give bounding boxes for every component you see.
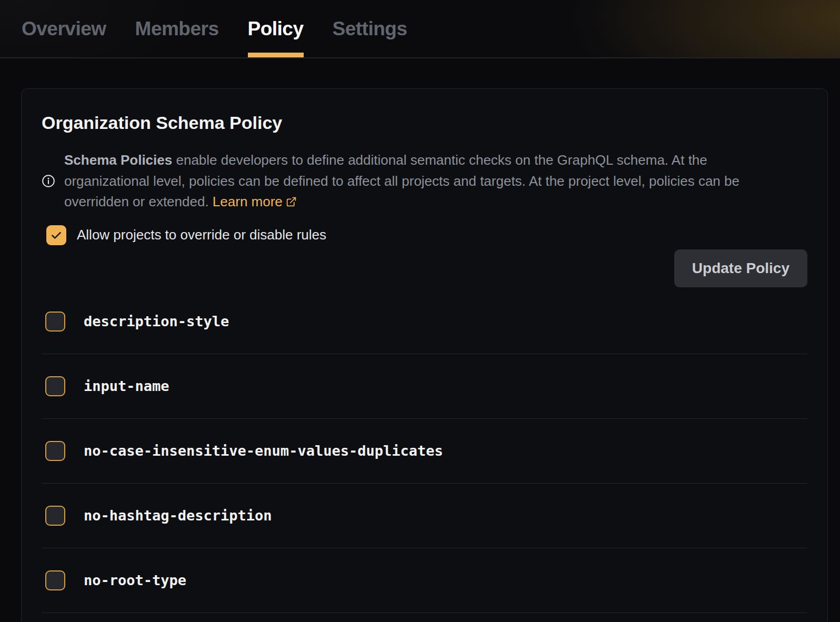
allow-override-checkbox[interactable] [46,225,66,245]
policy-description: Schema Policies enable developers to def… [64,150,786,213]
external-link-icon [286,196,297,207]
button-row: Update Policy [42,249,807,287]
rule-name: no-hashtag-description [84,507,272,524]
description-lead: Schema Policies [64,152,172,168]
page-title: Organization Schema Policy [42,112,807,133]
update-policy-button[interactable]: Update Policy [674,249,807,287]
tab-members[interactable]: Members [135,0,219,57]
rule-checkbox[interactable] [45,312,65,332]
tab-label: Members [135,18,219,40]
tab-overview[interactable]: Overview [22,0,106,57]
learn-more-link[interactable]: Learn more [213,194,297,209]
rule-checkbox[interactable] [45,570,65,590]
check-icon [49,228,63,242]
tab-label: Overview [22,18,106,40]
rule-checkbox[interactable] [45,441,65,461]
tab-settings[interactable]: Settings [333,0,407,57]
rule-checkbox[interactable] [45,376,65,396]
rules-list: description-style input-name no-case-ins… [42,289,807,613]
allow-override-label: Allow projects to override or disable ru… [77,227,326,243]
rule-row-no-root-type: no-root-type [42,548,807,613]
tab-label: Policy [248,18,304,40]
learn-more-label: Learn more [213,194,283,209]
policy-card: Organization Schema Policy Schema Polici… [21,88,828,622]
policy-description-row: Schema Policies enable developers to def… [42,150,807,213]
allow-override-row[interactable]: Allow projects to override or disable ru… [46,225,326,245]
tab-label: Settings [333,18,407,40]
rule-row-no-hashtag-description: no-hashtag-description [42,484,807,548]
rule-row-description-style: description-style [42,289,807,354]
tab-bar: Overview Members Policy Settings [0,0,840,58]
rule-row-input-name: input-name [42,354,807,419]
rule-checkbox[interactable] [45,506,65,526]
rule-name: no-root-type [84,572,186,588]
rule-name: description-style [84,313,229,329]
rule-name: input-name [84,378,169,394]
tab-policy[interactable]: Policy [248,0,304,57]
rule-row-no-case-insensitive-enum-values-duplicates: no-case-insensitive-enum-values-duplicat… [42,419,807,484]
info-icon [42,174,55,188]
rule-name: no-case-insensitive-enum-values-duplicat… [84,443,443,459]
